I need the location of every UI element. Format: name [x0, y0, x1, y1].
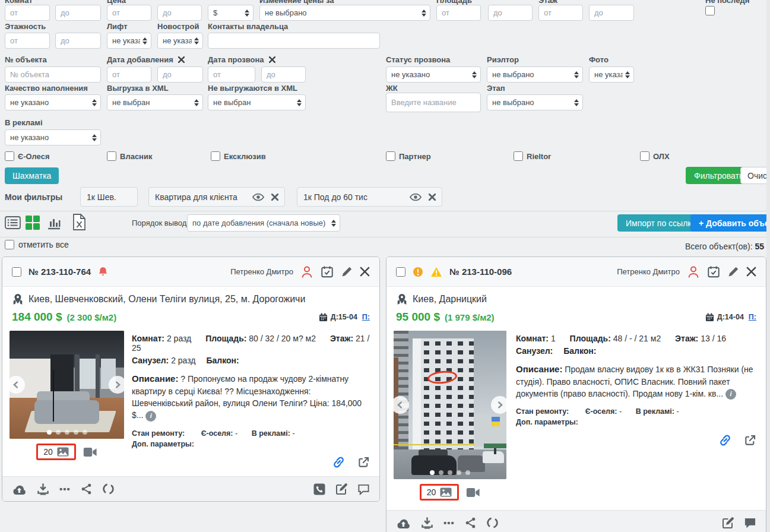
agent-profile-icon[interactable] — [300, 265, 313, 278]
date-added-to-input[interactable] — [157, 66, 203, 83]
card-select-checkbox[interactable] — [12, 267, 21, 277]
eye-icon[interactable] — [252, 193, 264, 201]
saved-filter-chip[interactable]: Квартира для клієнта — [148, 187, 285, 207]
more-actions-icon[interactable]: ••• — [59, 486, 71, 492]
realtor-select[interactable]: не выбрано — [487, 66, 583, 83]
owner-contacts-input[interactable] — [208, 33, 380, 49]
elevator-select[interactable]: не указано — [107, 33, 151, 49]
comment-filled-icon[interactable] — [744, 517, 756, 529]
edit-pencil-icon[interactable] — [341, 266, 353, 278]
carousel-dots[interactable] — [9, 430, 124, 435]
chart-view-icon[interactable] — [46, 215, 62, 230]
rooms-to-input[interactable] — [55, 5, 101, 21]
currency-select[interactable]: $ — [208, 5, 254, 21]
video-icon[interactable] — [83, 447, 97, 457]
quality-select[interactable]: не указано — [5, 94, 101, 110]
floors-total-to-input[interactable] — [55, 33, 101, 49]
date-added-from-input[interactable] — [107, 66, 151, 83]
video-icon[interactable] — [466, 487, 480, 498]
eye-icon[interactable] — [123, 193, 124, 201]
area-to-input[interactable] — [488, 5, 533, 21]
share-icon[interactable] — [465, 517, 476, 529]
info-icon[interactable]: i — [725, 389, 736, 400]
p-link[interactable]: П: — [749, 313, 756, 321]
checkbox-eolesya[interactable]: Є-Олеся — [5, 151, 49, 161]
edit-note-icon[interactable] — [335, 483, 348, 496]
last-floor-checkbox[interactable] — [705, 6, 715, 15]
price-from-input[interactable] — [107, 5, 151, 21]
object-number-input[interactable] — [5, 66, 101, 83]
remove-filter-icon[interactable] — [271, 194, 278, 201]
edit-pencil-icon[interactable] — [727, 266, 739, 278]
floors-total-from-input[interactable] — [5, 33, 50, 49]
edit-note-icon[interactable] — [721, 517, 734, 530]
close-icon[interactable] — [360, 267, 370, 277]
floor-to-input[interactable] — [589, 5, 634, 21]
checkbox-rieltor[interactable]: Rieltor — [514, 151, 551, 161]
exclusive-checkbox[interactable] — [211, 151, 220, 161]
in-ads-select[interactable]: не указано — [5, 129, 101, 145]
list-view-icon[interactable] — [5, 215, 21, 230]
info-icon[interactable]: i — [145, 411, 156, 422]
xml-upload-select[interactable]: не выбран — [107, 94, 203, 110]
chess-button[interactable]: Шахматка — [5, 167, 59, 184]
rooms-from-input[interactable] — [5, 5, 50, 21]
refresh-icon[interactable] — [486, 517, 499, 529]
link-icon[interactable] — [332, 455, 346, 469]
agent-profile-icon[interactable] — [687, 265, 700, 278]
add-object-button[interactable]: + Добавить объект — [690, 214, 770, 232]
grid-view-icon[interactable] — [25, 215, 40, 230]
floor-from-input[interactable] — [538, 5, 583, 21]
partner-checkbox[interactable] — [386, 151, 395, 161]
select-all[interactable]: отметить все — [5, 240, 69, 249]
carousel-dots[interactable] — [394, 470, 506, 475]
carousel-next-icon[interactable] — [109, 376, 124, 394]
download-icon[interactable] — [421, 517, 433, 529]
comment-icon[interactable] — [357, 483, 370, 495]
filter-clear-button[interactable]: Очистить — [740, 167, 770, 184]
date-call-from-input[interactable] — [208, 66, 255, 83]
checkbox-vlasnik[interactable]: Власник — [107, 151, 152, 161]
remove-filter-icon[interactable] — [429, 194, 436, 201]
cloud-upload-icon[interactable] — [396, 517, 411, 529]
download-icon[interactable] — [37, 483, 49, 495]
property-photo[interactable] — [394, 331, 506, 479]
clear-date-added-icon[interactable] — [178, 56, 185, 63]
vlasnik-checkbox[interactable] — [107, 151, 116, 161]
photo-count-badge[interactable]: 20 — [420, 484, 460, 501]
p-link[interactable]: П: — [362, 313, 370, 321]
call-status-select[interactable]: не указано — [386, 66, 481, 83]
price-change-select[interactable]: не выбрано — [259, 5, 430, 21]
link-icon[interactable] — [718, 433, 732, 447]
phone-icon[interactable] — [313, 483, 325, 495]
complex-input[interactable] — [386, 93, 481, 112]
photo-count-badge[interactable]: 20 — [36, 444, 76, 460]
price-to-input[interactable] — [157, 5, 202, 21]
olx-checkbox[interactable] — [640, 151, 649, 161]
scrollbar-track[interactable] — [766, 0, 770, 532]
checkbox-exclusive[interactable]: Ексклюзив — [211, 151, 266, 161]
calendar-check-icon[interactable] — [707, 265, 720, 278]
share-icon[interactable] — [81, 483, 92, 495]
excel-export-icon[interactable] — [72, 213, 86, 231]
property-photo[interactable] — [9, 331, 124, 439]
xml-not-upload-select[interactable]: не выбран — [208, 94, 306, 110]
photo-filter-select[interactable]: не указано — [589, 66, 634, 83]
sort-order-select[interactable]: по дате добавления (сначала новые) — [187, 214, 340, 232]
new-building-select[interactable]: не указано — [157, 33, 203, 49]
checkbox-partner[interactable]: Партнер — [386, 151, 431, 161]
date-call-to-input[interactable] — [261, 66, 306, 83]
external-link-icon[interactable] — [744, 434, 756, 446]
card-select-checkbox[interactable] — [396, 267, 405, 277]
stage-select[interactable]: не выбрано — [487, 94, 583, 110]
clear-date-call-icon[interactable] — [269, 56, 275, 63]
select-all-checkbox[interactable] — [5, 240, 14, 249]
external-link-icon[interactable] — [357, 456, 370, 468]
refresh-icon[interactable] — [102, 483, 115, 495]
carousel-next-icon[interactable] — [491, 396, 506, 414]
saved-filter-chip[interactable]: 1к Шев. — [80, 187, 138, 207]
rieltor-checkbox[interactable] — [514, 151, 523, 161]
checkbox-olx[interactable]: ОЛХ — [640, 151, 670, 161]
eolesya-checkbox[interactable] — [5, 151, 14, 161]
more-actions-icon[interactable]: ••• — [443, 520, 455, 526]
